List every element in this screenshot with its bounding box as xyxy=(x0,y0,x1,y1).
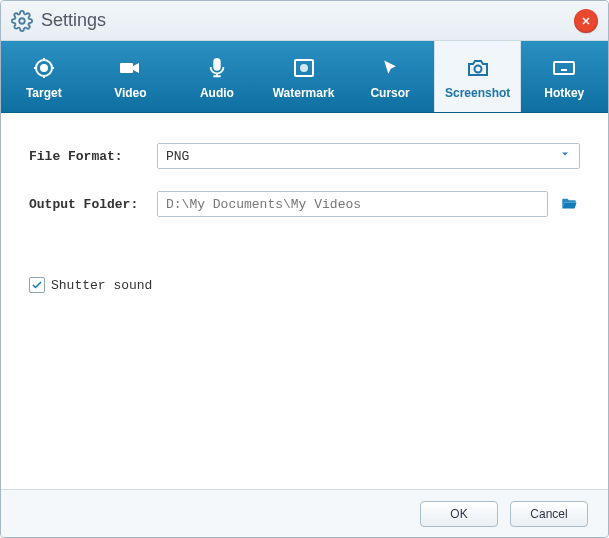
browse-folder-button[interactable] xyxy=(558,193,580,215)
keyboard-icon xyxy=(551,54,577,82)
tab-label: Watermark xyxy=(273,86,335,100)
ok-button[interactable]: OK xyxy=(420,501,498,527)
svg-rect-8 xyxy=(554,62,574,74)
tab-video[interactable]: Video xyxy=(88,41,175,112)
tab-label: Target xyxy=(26,86,62,100)
output-folder-field[interactable]: D:\My Documents\My Videos xyxy=(157,191,548,217)
output-folder-value: D:\My Documents\My Videos xyxy=(166,197,361,212)
svg-point-7 xyxy=(474,65,481,72)
close-button[interactable] xyxy=(574,9,598,33)
svg-rect-3 xyxy=(120,63,133,73)
file-format-value: PNG xyxy=(166,149,189,164)
cancel-button[interactable]: Cancel xyxy=(510,501,588,527)
svg-point-6 xyxy=(301,65,307,71)
file-format-label: File Format: xyxy=(29,149,147,164)
tab-bar: Target Video Audio Watermark Cursor xyxy=(1,41,608,113)
output-folder-label: Output Folder: xyxy=(29,197,147,212)
microphone-icon xyxy=(206,54,228,82)
gear-icon xyxy=(11,10,33,32)
tab-cursor[interactable]: Cursor xyxy=(347,41,434,112)
shutter-sound-row: Shutter sound xyxy=(29,277,580,293)
tab-watermark[interactable]: Watermark xyxy=(261,41,348,112)
tab-label: Audio xyxy=(200,86,234,100)
tab-target[interactable]: Target xyxy=(1,41,88,112)
tab-label: Hotkey xyxy=(544,86,584,100)
svg-rect-4 xyxy=(214,58,220,69)
tab-screenshot[interactable]: Screenshot xyxy=(434,41,522,112)
tab-label: Screenshot xyxy=(445,86,510,100)
svg-point-0 xyxy=(19,18,25,24)
titlebar: Settings xyxy=(1,1,608,41)
tab-label: Cursor xyxy=(370,86,409,100)
settings-window: Settings Target Video Audio xyxy=(0,0,609,538)
tab-audio[interactable]: Audio xyxy=(174,41,261,112)
file-format-select[interactable]: PNG xyxy=(157,143,580,169)
shutter-sound-checkbox[interactable] xyxy=(29,277,45,293)
shutter-sound-label: Shutter sound xyxy=(51,278,152,293)
content-panel: File Format: PNG Output Folder: D:\My Do… xyxy=(1,113,608,489)
tab-hotkey[interactable]: Hotkey xyxy=(521,41,608,112)
chevron-down-icon xyxy=(559,148,571,164)
svg-point-2 xyxy=(41,65,47,71)
cursor-icon xyxy=(380,54,400,82)
target-icon xyxy=(32,54,56,82)
window-title: Settings xyxy=(41,10,106,31)
watermark-icon xyxy=(292,54,316,82)
tab-label: Video xyxy=(114,86,146,100)
video-icon xyxy=(117,54,143,82)
output-folder-row: Output Folder: D:\My Documents\My Videos xyxy=(29,191,580,217)
file-format-row: File Format: PNG xyxy=(29,143,580,169)
camera-icon xyxy=(465,54,491,82)
footer: OK Cancel xyxy=(1,489,608,537)
